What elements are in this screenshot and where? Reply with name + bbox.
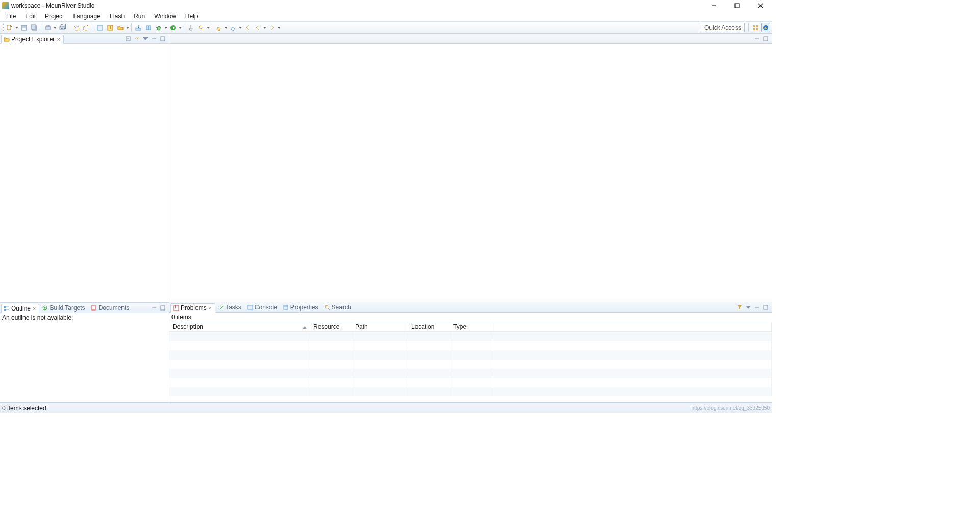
build-button[interactable] (43, 23, 53, 32)
th-type[interactable]: Type (450, 322, 492, 331)
tab-outline[interactable]: Outline × (1, 304, 39, 313)
run-button[interactable] (168, 23, 178, 32)
new-folder-dropdown[interactable] (126, 23, 130, 32)
new-dropdown[interactable] (15, 23, 19, 32)
view-menu-button[interactable] (744, 303, 752, 312)
quick-access[interactable]: Quick Access (701, 23, 745, 32)
menu-edit[interactable]: Edit (21, 12, 40, 21)
close-button[interactable] (753, 1, 768, 11)
th-description[interactable]: Description (169, 322, 310, 331)
project-explorer-body[interactable] (0, 44, 169, 302)
menu-project[interactable]: Project (41, 12, 68, 21)
th-label: Description (173, 323, 203, 330)
table-row (169, 341, 772, 350)
svg-line-51 (328, 308, 330, 310)
tab-project-explorer[interactable]: Project Explorer × (1, 35, 64, 44)
perspective-mounriver[interactable] (761, 23, 770, 32)
project-explorer-icon (4, 36, 10, 42)
next-annotation-dropdown[interactable] (238, 23, 242, 32)
search-dropdown[interactable] (206, 23, 210, 32)
forward-button[interactable] (267, 23, 277, 32)
redo-button[interactable] (82, 23, 91, 32)
close-icon[interactable]: × (33, 305, 36, 312)
minimize-view-button[interactable] (753, 303, 761, 312)
menu-language[interactable]: Language (69, 12, 104, 21)
outline-view: Outline × Build Targets Documents (0, 302, 169, 402)
tab-label: Properties (290, 304, 318, 311)
download-button[interactable] (134, 23, 143, 32)
maximize-view-button[interactable] (159, 35, 167, 43)
tab-properties[interactable]: Properties (281, 303, 322, 312)
forward-dropdown[interactable] (277, 23, 281, 32)
outline-tabbar: Outline × Build Targets Documents (0, 303, 169, 313)
th-location[interactable]: Location (408, 322, 450, 331)
problems-table-rows[interactable] (169, 332, 772, 396)
left-column: Project Explorer × (0, 34, 169, 402)
th-path[interactable]: Path (352, 322, 408, 331)
editor-body[interactable] (169, 44, 772, 302)
new-folder-button[interactable] (116, 23, 125, 32)
build-all-button[interactable]: 010 (58, 23, 67, 32)
menu-help[interactable]: Help (181, 12, 202, 21)
run-dropdown[interactable] (178, 23, 182, 32)
debug-dropdown[interactable] (164, 23, 168, 32)
tab-search[interactable]: Search (322, 303, 354, 312)
minimize-button[interactable] (706, 1, 721, 11)
tab-console[interactable]: Console (245, 303, 280, 312)
collapse-all-button[interactable] (124, 35, 132, 43)
open-perspective-button[interactable] (751, 23, 760, 32)
save-button[interactable] (19, 23, 29, 32)
close-icon[interactable]: × (209, 305, 212, 311)
toolbar-separator (212, 23, 212, 32)
open-type-button[interactable] (95, 23, 105, 32)
search-button[interactable] (197, 23, 206, 32)
editor-toolbar (753, 35, 771, 43)
tab-label: Outline (11, 305, 31, 312)
toolbar-drag[interactable] (1, 23, 4, 32)
maximize-button[interactable] (730, 1, 744, 11)
last-edit-dropdown[interactable] (224, 23, 228, 32)
table-row (169, 378, 772, 387)
svg-rect-28 (756, 28, 758, 30)
view-menu-button[interactable] (141, 35, 150, 43)
maximize-view-button[interactable] (762, 303, 770, 312)
back-dropdown[interactable] (263, 23, 267, 32)
minimize-view-button[interactable] (150, 35, 158, 43)
next-annotation-button[interactable] (229, 23, 238, 32)
svg-rect-36 (4, 309, 6, 311)
menu-flash[interactable]: Flash (106, 12, 129, 21)
svg-rect-48 (284, 305, 288, 309)
menu-run[interactable]: Run (130, 12, 149, 21)
maximize-view-button[interactable] (762, 35, 770, 43)
new-class-button[interactable]: + (106, 23, 115, 32)
outline-toolbar (150, 304, 168, 312)
table-row (169, 369, 772, 378)
toolbar-separator (131, 23, 132, 32)
filter-button[interactable] (736, 303, 744, 312)
tab-documents[interactable]: Documents (89, 303, 133, 313)
tab-build-targets[interactable]: Build Targets (40, 303, 88, 313)
link-editor-button[interactable] (133, 35, 141, 43)
clean-button[interactable] (186, 23, 195, 32)
build-dropdown[interactable] (53, 23, 57, 32)
svg-rect-47 (248, 305, 253, 309)
editor-area (169, 34, 772, 302)
debug-button[interactable] (154, 23, 163, 32)
maximize-view-button[interactable] (159, 304, 167, 312)
minimize-view-button[interactable] (150, 304, 158, 312)
tab-tasks[interactable]: Tasks (216, 303, 244, 312)
tab-label: Documents (99, 304, 130, 312)
th-resource[interactable]: Resource (310, 322, 352, 331)
debug-config-button[interactable] (144, 23, 153, 32)
minimize-view-button[interactable] (753, 35, 761, 43)
close-icon[interactable]: × (57, 36, 60, 42)
tab-problems[interactable]: ! Problems × (170, 303, 215, 313)
undo-button[interactable] (71, 23, 81, 32)
menu-window[interactable]: Window (150, 12, 180, 21)
new-button[interactable] (5, 23, 14, 32)
last-edit-button[interactable] (214, 23, 224, 32)
back-history-button[interactable] (253, 23, 262, 32)
menu-file[interactable]: File (2, 12, 20, 21)
save-all-button[interactable] (30, 23, 39, 32)
back-button[interactable] (243, 23, 252, 32)
